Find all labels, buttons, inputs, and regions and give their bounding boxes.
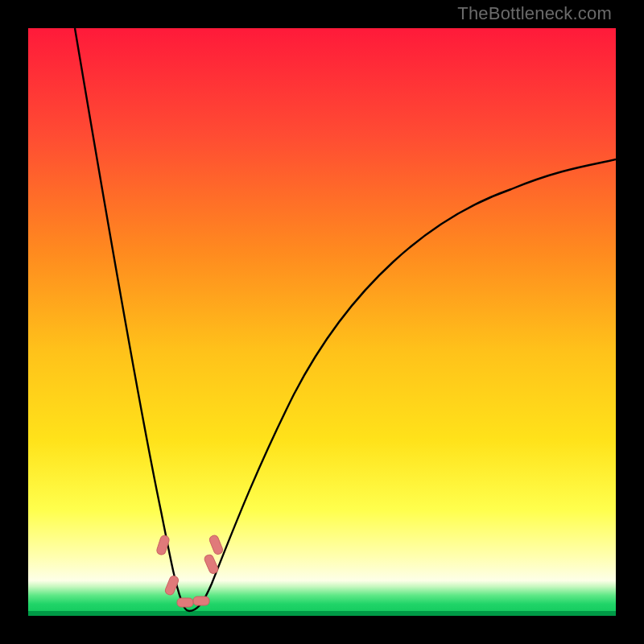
gradient-background xyxy=(28,28,616,616)
plot-area xyxy=(28,28,616,616)
watermark-text: TheBottleneck.com xyxy=(457,3,612,24)
bottom-stripe xyxy=(28,611,616,616)
chart-frame: TheBottleneck.com xyxy=(0,0,644,644)
plot-svg xyxy=(28,28,616,616)
curve-marker xyxy=(177,598,193,607)
curve-marker xyxy=(193,597,209,605)
